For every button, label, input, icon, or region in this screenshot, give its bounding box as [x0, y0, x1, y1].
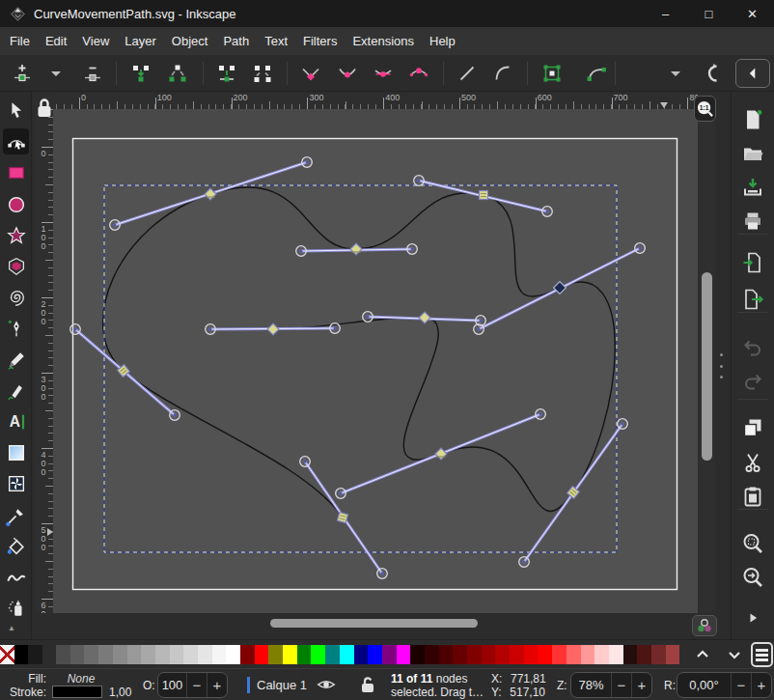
- segment-delete-button[interactable]: [249, 60, 276, 87]
- palette-swatch[interactable]: [397, 645, 411, 664]
- document-open-button[interactable]: [738, 139, 767, 168]
- opacity-increment-button[interactable]: +: [207, 673, 227, 697]
- stroke-swatch[interactable]: [52, 686, 102, 698]
- palette-swatch[interactable]: [183, 645, 198, 664]
- palette-swatch[interactable]: [70, 645, 85, 664]
- zoom-drawing-button[interactable]: [738, 563, 767, 592]
- commands-collapse-button[interactable]: [735, 59, 770, 88]
- menu-text[interactable]: Text: [257, 27, 295, 55]
- palette-swatch[interactable]: [170, 645, 184, 664]
- vertical-scrollbar[interactable]: [699, 109, 715, 613]
- layer-visibility-button[interactable]: [317, 676, 336, 696]
- snapping-button[interactable]: [701, 60, 728, 87]
- menu-file[interactable]: File: [2, 27, 38, 55]
- color-managed-display-button[interactable]: [692, 615, 717, 636]
- edit-redo-button[interactable]: [738, 366, 767, 395]
- palette-swatch[interactable]: [340, 645, 354, 664]
- zoom-value[interactable]: 78%: [571, 678, 611, 692]
- fill-value[interactable]: None: [54, 672, 108, 686]
- palette-swatch[interactable]: [297, 645, 312, 664]
- horizontal-scrollbar-thumb[interactable]: [270, 619, 478, 628]
- path-node[interactable]: [480, 191, 488, 200]
- tool-paint-bucket[interactable]: [3, 533, 29, 559]
- palette-swatch[interactable]: [609, 645, 623, 664]
- stroke-to-path-button[interactable]: [583, 60, 610, 87]
- palette-swatch[interactable]: [155, 645, 170, 664]
- panel-resize-grip[interactable]: [715, 92, 731, 639]
- tool-pen[interactable]: [3, 315, 29, 341]
- tool-box-3d[interactable]: [3, 253, 29, 279]
- horizontal-ruler[interactable]: 0100200300400500600700800: [53, 94, 698, 109]
- palette-swatch[interactable]: [567, 645, 581, 664]
- palette-menu-icon[interactable]: [751, 642, 773, 667]
- rotation-decrement-button[interactable]: −: [731, 673, 751, 697]
- palette-swatch[interactable]: [637, 645, 651, 664]
- palette-swatch[interactable]: [226, 645, 240, 664]
- palette-swatch[interactable]: [28, 645, 42, 664]
- tool-mesh-gradient[interactable]: [3, 470, 29, 496]
- insert-dropdown-button[interactable]: [42, 60, 69, 87]
- palette-swatch[interactable]: [84, 645, 98, 664]
- edit-cut-button[interactable]: [738, 448, 767, 477]
- tool-gradient[interactable]: [3, 439, 29, 465]
- edit-duplicate-button[interactable]: [738, 413, 767, 442]
- zoom-spinner[interactable]: 78% − +: [570, 672, 652, 698]
- rotation-spinner[interactable]: 0,00° − +: [677, 672, 772, 698]
- palette-swatch[interactable]: [666, 645, 680, 664]
- palette-swatch[interactable]: [240, 645, 255, 664]
- minimize-button[interactable]: –: [644, 0, 687, 27]
- segment-line-button[interactable]: [454, 60, 481, 87]
- segment-join-button[interactable]: [213, 60, 240, 87]
- palette-swatch[interactable]: [552, 645, 567, 664]
- path-node[interactable]: [337, 512, 347, 522]
- node-delete-button[interactable]: [79, 60, 106, 87]
- rotation-value[interactable]: 0,00°: [677, 678, 731, 692]
- close-button[interactable]: ✕: [731, 0, 774, 27]
- menu-filters[interactable]: Filters: [295, 27, 345, 55]
- edit-paste-button[interactable]: [738, 482, 767, 511]
- tool-rectangle[interactable]: [3, 159, 29, 185]
- palette-swatch[interactable]: [651, 645, 666, 664]
- palette-swatch[interactable]: [141, 645, 155, 664]
- palette-swatch[interactable]: [212, 645, 227, 664]
- palette-swatch[interactable]: [311, 645, 325, 664]
- palette-swatch[interactable]: [495, 645, 510, 664]
- menu-help[interactable]: Help: [422, 27, 463, 55]
- menu-view[interactable]: View: [74, 27, 117, 55]
- palette-swatch[interactable]: [113, 645, 127, 664]
- palette-scroll-up-icon[interactable]: [690, 642, 715, 667]
- menu-edit[interactable]: Edit: [38, 27, 74, 55]
- palette-swatch[interactable]: [268, 645, 283, 664]
- palette-swatch[interactable]: [14, 645, 29, 664]
- zoom-selection-button[interactable]: [738, 529, 767, 558]
- document-new-button[interactable]: [738, 105, 767, 134]
- document-save-button[interactable]: [738, 173, 767, 202]
- tool-tweak[interactable]: [3, 564, 29, 590]
- vertical-scrollbar-thumb[interactable]: [702, 272, 712, 461]
- palette-swatch[interactable]: [425, 645, 439, 664]
- palette-swatch[interactable]: [482, 645, 496, 664]
- menu-object[interactable]: Object: [164, 27, 216, 55]
- node-auto-button[interactable]: [405, 60, 432, 87]
- document-import-button[interactable]: [738, 248, 767, 277]
- palette-scroll-down-icon[interactable]: [722, 642, 747, 667]
- palette-swatch-none[interactable]: [0, 645, 14, 664]
- palette-swatch[interactable]: [623, 645, 638, 664]
- node-smooth-button[interactable]: [334, 60, 361, 87]
- palette-swatch[interactable]: [467, 645, 482, 664]
- palette-swatch[interactable]: [325, 645, 340, 664]
- tool-star[interactable]: [3, 222, 29, 248]
- tool-spiral[interactable]: [3, 284, 29, 310]
- palette-swatch[interactable]: [382, 645, 397, 664]
- menu-extensions[interactable]: Extensions: [345, 27, 422, 55]
- zoom-increment-button[interactable]: +: [631, 673, 651, 697]
- node-corner-button[interactable]: [297, 60, 324, 87]
- palette-swatch[interactable]: [283, 645, 297, 664]
- opacity-spinner[interactable]: 100 − +: [157, 672, 228, 698]
- toolbox-overflow-icon[interactable]: ▲: [8, 624, 15, 632]
- menu-path[interactable]: Path: [215, 27, 257, 55]
- canvas[interactable]: [53, 109, 698, 613]
- layer-name[interactable]: Calque 1: [257, 678, 307, 692]
- palette-swatch[interactable]: [581, 645, 595, 664]
- node-symmetric-button[interactable]: [370, 60, 397, 87]
